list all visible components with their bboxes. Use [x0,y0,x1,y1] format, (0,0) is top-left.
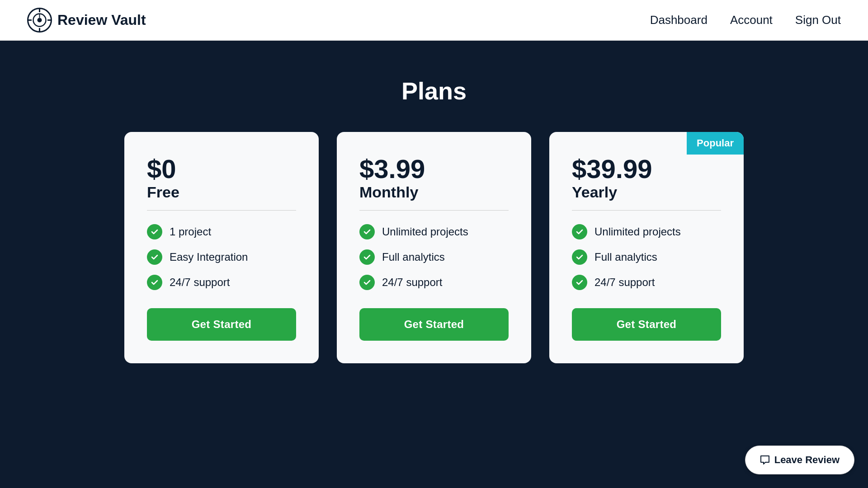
page-title: Plans [401,77,467,105]
leave-review-label: Leave Review [774,454,840,466]
check-icon [359,224,375,239]
feature-text: 1 project [170,225,211,238]
nav-sign-out[interactable]: Sign Out [795,13,841,27]
list-item: Full analytics [359,249,509,265]
check-icon [572,224,587,239]
plan-price-yearly: $39.99 [572,155,721,183]
plan-name-free: Free [147,183,296,201]
plan-price-free: $0 [147,155,296,183]
popular-badge: Popular [687,132,744,155]
list-item: 24/7 support [147,275,296,290]
plan-name-monthly: Monthly [359,183,509,201]
check-icon [572,275,587,290]
check-icon [572,249,587,265]
message-icon [760,455,770,465]
logo-area: Review Vault [27,8,146,33]
list-item: Full analytics [572,249,721,265]
plans-grid: $0 Free 1 project [124,132,744,363]
feature-text: 24/7 support [594,276,655,289]
plan-divider-yearly [572,210,721,211]
nav-account[interactable]: Account [730,13,773,27]
list-item: Easy Integration [147,249,296,265]
get-started-button-free[interactable]: Get Started [147,308,296,341]
list-item: Unlimited projects [572,224,721,239]
list-item: 24/7 support [572,275,721,290]
list-item: 24/7 support [359,275,509,290]
plan-features-monthly: Unlimited projects Full analytics [359,224,509,290]
plan-card-free: $0 Free 1 project [124,132,319,363]
logo-text: Review Vault [57,12,146,28]
check-icon [147,249,162,265]
main-content: Plans $0 Free 1 project [0,41,868,363]
feature-text: Easy Integration [170,251,248,263]
get-started-button-yearly[interactable]: Get Started [572,308,721,341]
nav-dashboard[interactable]: Dashboard [650,13,708,27]
plan-features-yearly: Unlimited projects Full analytics [572,224,721,290]
nav-links: Dashboard Account Sign Out [650,13,841,27]
check-icon [359,275,375,290]
check-icon [147,224,162,239]
feature-text: Full analytics [594,251,657,263]
get-started-button-monthly[interactable]: Get Started [359,308,509,341]
feature-text: Unlimited projects [594,225,681,238]
feature-text: 24/7 support [170,276,230,289]
check-icon [147,275,162,290]
leave-review-button[interactable]: Leave Review [745,446,854,474]
plan-name-yearly: Yearly [572,183,721,201]
plan-divider-monthly [359,210,509,211]
header: Review Vault Dashboard Account Sign Out [0,0,868,41]
plan-card-monthly: $3.99 Monthly Unlimited projects [337,132,531,363]
feature-text: 24/7 support [382,276,442,289]
feature-text: Unlimited projects [382,225,468,238]
feature-text: Full analytics [382,251,445,263]
list-item: 1 project [147,224,296,239]
list-item: Unlimited projects [359,224,509,239]
plan-price-monthly: $3.99 [359,155,509,183]
logo-icon [27,8,52,33]
plan-features-free: 1 project Easy Integration [147,224,296,290]
plan-card-yearly: Popular $39.99 Yearly Unlimited projects [549,132,744,363]
check-icon [359,249,375,265]
plan-divider-free [147,210,296,211]
svg-point-2 [38,18,42,23]
